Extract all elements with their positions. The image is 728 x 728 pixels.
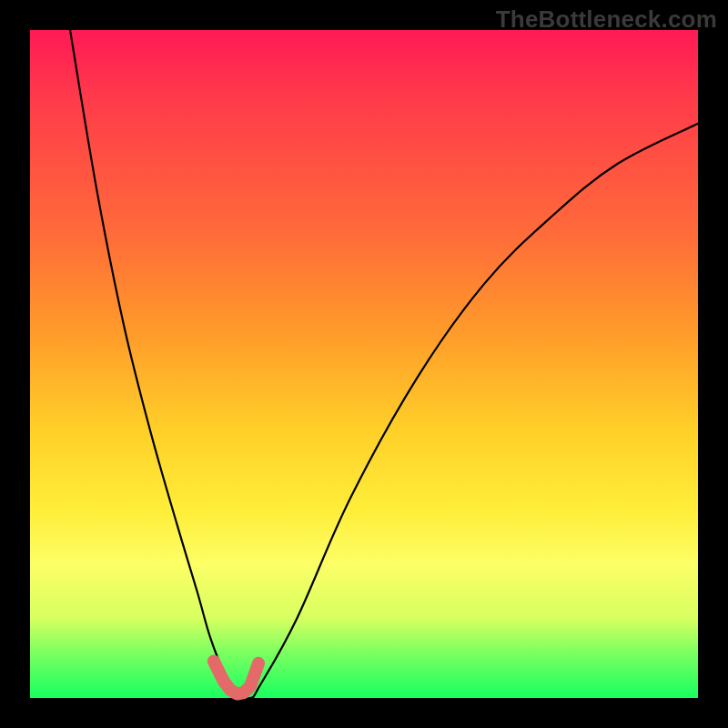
chart-frame: TheBottleneck.com: [0, 0, 728, 728]
vertex-marker: [214, 662, 258, 694]
chart-overlay: [30, 30, 698, 698]
watermark: TheBottleneck.com: [496, 5, 717, 34]
bottleneck-curve: [70, 30, 698, 698]
